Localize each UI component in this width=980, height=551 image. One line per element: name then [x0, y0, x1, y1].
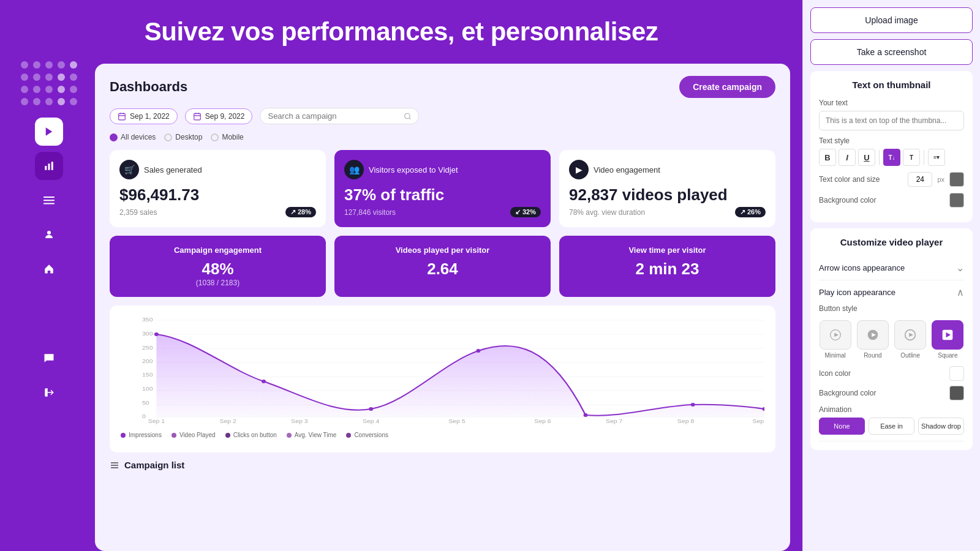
video-sub: 78% avg. view duration ↗ 26%	[569, 207, 766, 217]
anim-none-button[interactable]: None	[819, 418, 865, 435]
svg-text:Sep 8: Sep 8	[677, 418, 694, 424]
eng-campaign-sub: (1038 / 2183)	[119, 279, 316, 287]
svg-text:300: 300	[142, 331, 153, 337]
arrow-icons-label: Arrow icons appearance	[819, 263, 905, 272]
legend-dot-videoplayed	[172, 433, 176, 438]
visitors-sub: 127,846 visitors ↙ 32%	[344, 207, 541, 217]
color-size-label: Text color and size	[819, 175, 903, 184]
align-left-button[interactable]: T↓	[883, 149, 900, 166]
search-input[interactable]	[268, 111, 399, 121]
device-desktop[interactable]: Desktop	[164, 133, 202, 141]
stat-card-header: 🛒 Sales generated	[119, 160, 316, 179]
animation-buttons: None Ease in Shadow drop	[819, 418, 964, 435]
svg-line-18	[409, 118, 410, 119]
bg-color-row-player: Background color	[819, 386, 964, 400]
svg-text:50: 50	[142, 400, 149, 406]
btn-style-minimal[interactable]: Minimal	[819, 320, 851, 359]
bold-button[interactable]: B	[819, 149, 836, 166]
legend-dot-viewtime	[287, 433, 292, 438]
bg-color-swatch-player[interactable]	[949, 386, 964, 400]
play-icon-header[interactable]: Play icon appearance ∧	[819, 287, 964, 298]
outline-label: Outline	[900, 352, 920, 359]
dot	[21, 61, 28, 69]
align-button[interactable]: ≡▾	[928, 149, 945, 166]
sidebar-item-home[interactable]	[35, 255, 63, 283]
svg-text:Sep 1: Sep 1	[148, 418, 165, 424]
svg-text:200: 200	[142, 358, 153, 364]
anim-shadowdrop-button[interactable]: Shadow drop	[918, 418, 964, 435]
text-type-button[interactable]: T	[903, 149, 920, 166]
bg-color-swatch[interactable]	[949, 193, 964, 208]
sidebar-item-chat[interactable]	[35, 344, 63, 372]
legend-label-conversions: Conversions	[354, 432, 388, 438]
sidebar-item-export[interactable]	[35, 378, 63, 407]
visitors-value: 37% of traffic	[344, 186, 541, 204]
anim-easein-button[interactable]: Ease in	[869, 418, 914, 435]
visitors-icon: 👥	[344, 160, 364, 179]
sidebar-item-hamburger[interactable]	[35, 186, 63, 214]
dot	[45, 86, 53, 93]
btn-style-round[interactable]: Round	[856, 320, 889, 359]
text-color-swatch[interactable]	[949, 172, 964, 187]
svg-text:Sep 6: Sep 6	[534, 418, 551, 424]
chart-point	[369, 407, 373, 411]
svg-rect-4	[43, 197, 55, 198]
search-box[interactable]	[260, 108, 419, 124]
dot	[45, 61, 53, 69]
svg-point-17	[404, 113, 410, 119]
video-sub-text: 78% avg. view duration	[569, 208, 645, 217]
svg-rect-5	[43, 200, 55, 201]
legend-label-clicks: Clicks on button	[233, 432, 277, 438]
campaign-list-label: Campaign list	[124, 460, 184, 470]
chart-area: 350 300 250 200 150 100 50 0	[110, 305, 775, 452]
style-divider-2	[924, 150, 924, 165]
dot	[58, 86, 65, 93]
chart-point	[691, 403, 695, 407]
stat-card-visitors: 👥 Visitors exposed to Vidjet 37% of traf…	[334, 150, 551, 227]
dashboard-container: Dashboards Create campaign Sep 1, 2022 S…	[95, 64, 790, 551]
svg-text:Sep 2: Sep 2	[219, 418, 236, 424]
eng-viewtime-label: View time per visitor	[569, 246, 766, 255]
date-end-picker[interactable]: Sep 9, 2022	[185, 108, 253, 124]
date-start-picker[interactable]: Sep 1, 2022	[110, 108, 178, 124]
font-size-input[interactable]	[908, 172, 932, 187]
eng-card-viewtime: View time per visitor 2 min 23	[559, 236, 775, 297]
take-screenshot-button[interactable]: Take a screenshot	[810, 39, 973, 65]
text-style-row: B I U T↓ T ≡▾	[819, 149, 964, 166]
dot	[45, 73, 53, 81]
visitors-badge: ↙ 32%	[510, 207, 541, 217]
sidebar-item-user[interactable]	[35, 220, 63, 249]
filters-bar: Sep 1, 2022 Sep 9, 2022	[110, 108, 775, 124]
sidebar-item-chart[interactable]	[35, 152, 63, 180]
icon-color-swatch[interactable]	[949, 366, 964, 381]
btn-style-outline[interactable]: Outline	[894, 320, 927, 359]
sidebar-item-play[interactable]	[35, 118, 63, 146]
dot	[58, 98, 65, 105]
svg-rect-2	[48, 163, 50, 170]
stat-card-header-video: ▶ Video engagement	[569, 160, 766, 179]
create-campaign-button[interactable]: Create campaign	[679, 76, 775, 98]
arrow-icons-header[interactable]: Arrow icons appearance ⌄	[819, 262, 964, 274]
svg-point-7	[47, 231, 51, 234]
dot	[58, 61, 65, 69]
italic-button[interactable]: I	[839, 149, 856, 166]
video-label: Video engagement	[594, 165, 660, 174]
list-icon	[110, 460, 119, 470]
thumbnail-text-input[interactable]	[819, 111, 964, 130]
btn-style-square[interactable]: Square	[932, 320, 964, 359]
upload-image-button[interactable]: Upload image	[810, 7, 973, 33]
device-mobile[interactable]: Mobile	[211, 133, 243, 141]
chart-point	[154, 332, 159, 336]
video-badge: ↗ 26%	[735, 207, 766, 217]
animation-section: Animation None Ease in Shadow drop	[819, 405, 964, 435]
style-divider	[879, 150, 880, 165]
underline-button[interactable]: U	[858, 149, 875, 166]
arrow-icons-accordion: Arrow icons appearance ⌄	[819, 256, 964, 280]
stat-card-sales: 🛒 Sales generated $96,491.73 2,359 sales…	[110, 150, 326, 227]
campaign-list-header: Campaign list	[110, 460, 775, 470]
eng-videos-label: Videos played per visitor	[344, 246, 541, 255]
legend-impressions: Impressions	[121, 432, 162, 438]
device-all[interactable]: All devices	[110, 133, 156, 141]
dot	[70, 73, 77, 81]
legend-videoplayed: Video Played	[172, 432, 216, 438]
